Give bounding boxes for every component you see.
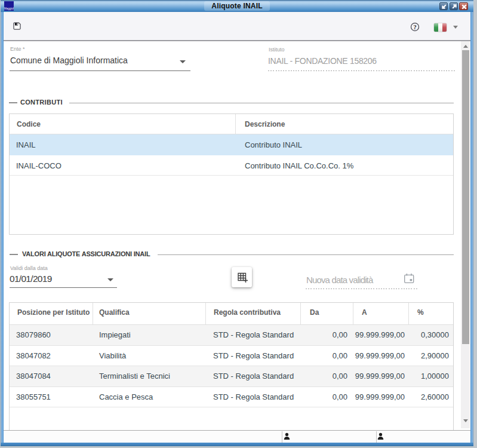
svg-text:?: ? — [413, 24, 416, 30]
